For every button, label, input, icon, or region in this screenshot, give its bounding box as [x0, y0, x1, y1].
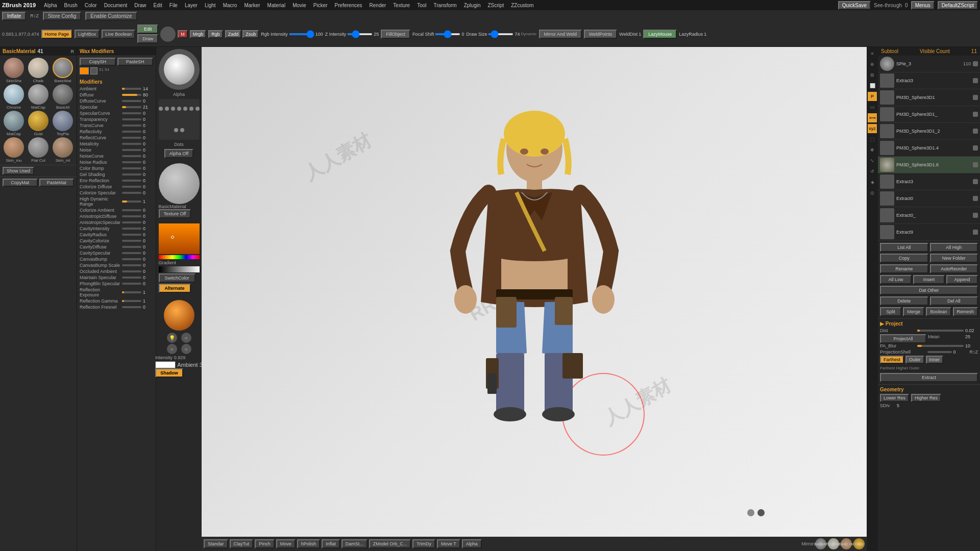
- mat-basism-button[interactable]: BasisM: [815, 538, 826, 549]
- inflate-button[interactable]: Inflate: [2, 12, 26, 20]
- split-button[interactable]: Split: [880, 307, 901, 316]
- wax-slider-track-10[interactable]: [122, 149, 141, 151]
- wax-slider-track-3[interactable]: [122, 106, 141, 108]
- brush-trimdy-button[interactable]: TrimDy: [412, 539, 435, 548]
- menu-layer[interactable]: Layer: [183, 2, 200, 9]
- mat-toyflat-button[interactable]: ToyFlat: [828, 538, 839, 549]
- wax-slider-track-22[interactable]: [122, 228, 141, 230]
- mat-group-3[interactable]: Chrome: [2, 84, 26, 110]
- light-icon-4[interactable]: ○: [181, 344, 191, 354]
- icon-lsym[interactable]: ⟺: [868, 113, 877, 122]
- viewport-dot-1[interactable]: [747, 509, 754, 516]
- fill-object-button[interactable]: FillObject: [381, 30, 410, 39]
- icon-solo[interactable]: ◎: [868, 188, 877, 197]
- icon-xyz[interactable]: xyz: [868, 124, 877, 133]
- menu-draw[interactable]: Draw: [132, 2, 148, 9]
- wax-slider-track-11[interactable]: [122, 155, 141, 157]
- focal-shift-slider[interactable]: [435, 33, 460, 35]
- subtool-item-0[interactable]: SPie_3 110: [878, 56, 980, 72]
- mat-item-7[interactable]: [28, 111, 48, 131]
- z-intensity-slider[interactable]: [347, 33, 373, 35]
- inner-button[interactable]: Inner: [926, 356, 944, 364]
- merge-button[interactable]: Merge: [903, 307, 924, 316]
- mat-item-4[interactable]: [28, 84, 48, 105]
- zadd-button[interactable]: Zadd: [225, 30, 242, 38]
- icon-persp[interactable]: P: [868, 92, 877, 101]
- menu-file[interactable]: File: [167, 2, 180, 9]
- wax-slider-track-9[interactable]: [122, 143, 141, 145]
- subtool-eye-10[interactable]: [973, 230, 978, 235]
- texture-off-button[interactable]: Texture Off: [159, 209, 191, 218]
- brush-inflat-button[interactable]: Inflat: [322, 539, 340, 548]
- light-icon-2[interactable]: ○: [181, 333, 191, 343]
- copy-mat-button[interactable]: CopyMat: [3, 179, 38, 187]
- mat-group-4[interactable]: MatCap: [27, 84, 50, 110]
- wax-slider-track-33[interactable]: [122, 300, 141, 302]
- wax-slider-track-21[interactable]: [122, 221, 141, 223]
- subtool-eye-4[interactable]: [973, 129, 978, 134]
- subtool-eye-2[interactable]: [973, 95, 978, 100]
- weld-points-button[interactable]: WeldPoints: [584, 30, 617, 39]
- menu-movie[interactable]: Movie: [290, 2, 308, 9]
- store-config-button[interactable]: Store Config: [43, 12, 82, 20]
- wax-slider-track-34[interactable]: [122, 306, 141, 308]
- subtool-item-8[interactable]: Extract0: [878, 190, 980, 207]
- menu-zscript[interactable]: ZScript: [486, 2, 506, 9]
- subtool-item-2[interactable]: PM3D_Sphere3D1: [878, 89, 980, 106]
- subtool-eye-0[interactable]: [973, 61, 978, 66]
- menu-alpha[interactable]: Alpha: [42, 2, 59, 9]
- del-all-button[interactable]: Del All: [930, 296, 978, 306]
- color-swatch-1[interactable]: [80, 67, 89, 74]
- icon-scroll[interactable]: ≡: [868, 49, 877, 58]
- ambient-color-preview[interactable]: [155, 361, 176, 368]
- icon-transp[interactable]: ◈: [868, 178, 877, 187]
- mat-item-5[interactable]: [53, 84, 73, 105]
- projection-shell-slider[interactable]: [927, 351, 952, 353]
- material-sphere-preview[interactable]: [160, 27, 176, 42]
- icon-aaflat[interactable]: ⬜: [868, 81, 877, 90]
- wax-slider-track-26[interactable]: [122, 252, 141, 254]
- menu-tool[interactable]: Tool: [415, 2, 428, 9]
- wax-slider-track-24[interactable]: [122, 240, 141, 242]
- alpha-off-button[interactable]: Alpha Off: [164, 149, 193, 158]
- lightbox-button[interactable]: LightBox: [75, 30, 100, 39]
- mat-gold-button[interactable]: Gold: [853, 538, 865, 549]
- project-all-button[interactable]: ProjectAll: [880, 334, 926, 343]
- mat-group-8[interactable]: ToyPla: [51, 111, 75, 136]
- icon-zoom[interactable]: ⊕: [868, 60, 877, 69]
- rename-button[interactable]: Rename: [880, 264, 928, 273]
- icon-frame[interactable]: ⬚: [868, 135, 877, 144]
- icon-actual[interactable]: ⊞: [868, 70, 877, 80]
- wax-slider-track-1[interactable]: [122, 94, 141, 96]
- edit-button[interactable]: Edit: [137, 24, 158, 34]
- subtool-eye-1[interactable]: [973, 78, 978, 83]
- defaultzscript-button[interactable]: DefaultZScript: [938, 1, 978, 10]
- menu-marker[interactable]: Marker: [242, 2, 262, 9]
- gradient-bar[interactable]: [159, 266, 200, 272]
- farthest-button[interactable]: Farthest: [880, 356, 904, 364]
- menu-edit[interactable]: Edit: [152, 2, 164, 9]
- wax-slider-track-25[interactable]: [122, 246, 141, 248]
- menu-picker[interactable]: Picker: [311, 2, 330, 9]
- mat-item-6[interactable]: [4, 111, 24, 131]
- wax-slider-track-6[interactable]: [122, 124, 141, 127]
- wax-slider-track-14[interactable]: [122, 173, 141, 176]
- alpha-dots-preview[interactable]: [159, 99, 200, 140]
- light-icon-3[interactable]: ○: [167, 344, 177, 354]
- wax-slider-track-8[interactable]: [122, 137, 141, 139]
- rgb-intensity-slider[interactable]: [289, 33, 314, 35]
- mat-group-0[interactable]: SkinSha: [2, 58, 26, 83]
- wax-slider-track-23[interactable]: [122, 234, 141, 236]
- menu-zzcustom[interactable]: ZZcustom: [509, 2, 535, 9]
- wax-slider-track-5[interactable]: [122, 118, 141, 120]
- wax-slider-track-31[interactable]: [122, 283, 141, 285]
- subtool-item-6[interactable]: PM3D_Sphere3D1.6: [878, 157, 980, 173]
- mat-group-6[interactable]: MatCap: [2, 111, 26, 136]
- brush-standard-button[interactable]: Standar: [204, 539, 228, 548]
- menu-render[interactable]: Render: [368, 2, 388, 9]
- wax-slider-track-30[interactable]: [122, 277, 141, 279]
- mat-item-11[interactable]: [53, 137, 73, 158]
- subtool-item-5[interactable]: PM3D_Sphere3D1.4: [878, 140, 980, 157]
- insert-button[interactable]: Insert: [913, 275, 945, 284]
- brush-damst-button[interactable]: DamSt...: [341, 539, 368, 548]
